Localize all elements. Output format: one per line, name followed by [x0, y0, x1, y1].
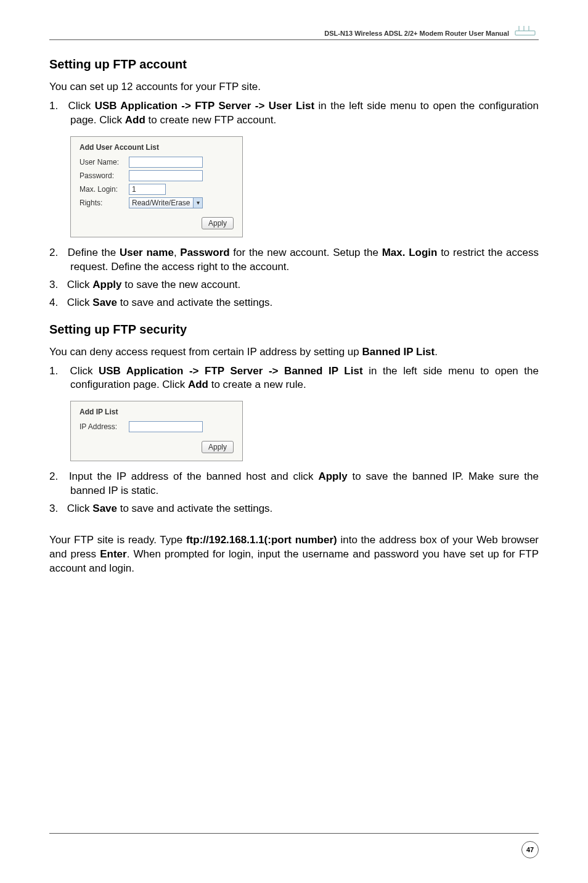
label-password: Password: — [80, 171, 129, 180]
max-login-input[interactable]: 1 — [129, 184, 166, 195]
page-number: 47 — [521, 841, 539, 858]
header-title: DSL-N13 Wireless ADSL 2/2+ Modem Router … — [324, 30, 509, 37]
steps-list-security: 1. Click USB Application -> FTP Server -… — [49, 364, 539, 393]
step-text: Click Save to save and activate the sett… — [67, 503, 273, 514]
step-number: 3. — [49, 502, 64, 516]
closing-paragraph: Your FTP site is ready. Type ftp://192.1… — [49, 533, 539, 576]
section-heading-ftp-security: Setting up FTP security — [49, 322, 539, 337]
step-item: 3. Click Save to save and activate the s… — [49, 502, 539, 516]
footer-rule — [49, 833, 539, 834]
step-number: 1. — [49, 364, 64, 379]
step-text: Click Save to save and activate the sett… — [67, 297, 273, 308]
password-input[interactable] — [129, 170, 203, 181]
username-input[interactable] — [129, 157, 203, 168]
intro-text: You can set up 12 accounts for your FTP … — [49, 80, 539, 94]
apply-button[interactable]: Apply — [202, 217, 234, 229]
rights-value: Read/Write/Erase — [132, 199, 190, 207]
page-header: DSL-N13 Wireless ADSL 2/2+ Modem Router … — [49, 25, 539, 40]
step-text: Click USB Application -> FTP Server -> B… — [70, 365, 539, 391]
step-item: 2. Define the User name, Password for th… — [49, 246, 539, 274]
step-item: 3. Click Apply to save the new account. — [49, 278, 539, 292]
panel-title: Add IP List — [80, 408, 234, 416]
step-number: 2. — [49, 470, 64, 484]
label-max-login: Max. Login: — [80, 185, 129, 194]
svg-rect-0 — [515, 31, 535, 35]
add-ip-list-panel: Add IP List IP Address: Apply — [70, 401, 243, 461]
router-logo-icon — [514, 25, 539, 37]
step-number: 1. — [49, 99, 64, 113]
steps-list-account: 1. Click USB Application -> FTP Server -… — [49, 99, 539, 128]
intro-text-security: You can deny access request from certain… — [49, 345, 539, 359]
label-username: User Name: — [80, 158, 129, 166]
steps-list-security-cont: 2. Input the IP address of the banned ho… — [49, 470, 539, 516]
step-number: 3. — [49, 278, 64, 292]
chevron-down-icon: ▾ — [193, 198, 202, 208]
step-text: Click Apply to save the new account. — [67, 279, 241, 290]
apply-button[interactable]: Apply — [202, 441, 234, 453]
step-text: Input the IP address of the banned host … — [69, 470, 539, 496]
add-user-account-panel: Add User Account List User Name: Passwor… — [70, 136, 243, 237]
steps-list-account-cont: 2. Define the User name, Password for th… — [49, 246, 539, 310]
step-item: 1. Click USB Application -> FTP Server -… — [49, 364, 539, 393]
step-item: 4. Click Save to save and activate the s… — [49, 296, 539, 310]
ip-address-input[interactable] — [129, 421, 203, 432]
step-number: 4. — [49, 296, 64, 310]
label-ip-address: IP Address: — [80, 422, 129, 431]
panel-title: Add User Account List — [80, 143, 234, 152]
label-rights: Rights: — [80, 199, 129, 207]
step-item: 1. Click USB Application -> FTP Server -… — [49, 99, 539, 128]
step-number: 2. — [49, 246, 64, 260]
step-text: Click USB Application -> FTP Server -> U… — [68, 100, 539, 126]
step-item: 2. Input the IP address of the banned ho… — [49, 470, 539, 498]
rights-select[interactable]: Read/Write/Erase ▾ — [129, 197, 203, 208]
section-heading-ftp-account: Setting up FTP account — [49, 57, 539, 72]
step-text: Define the User name, Password for the n… — [68, 247, 539, 273]
